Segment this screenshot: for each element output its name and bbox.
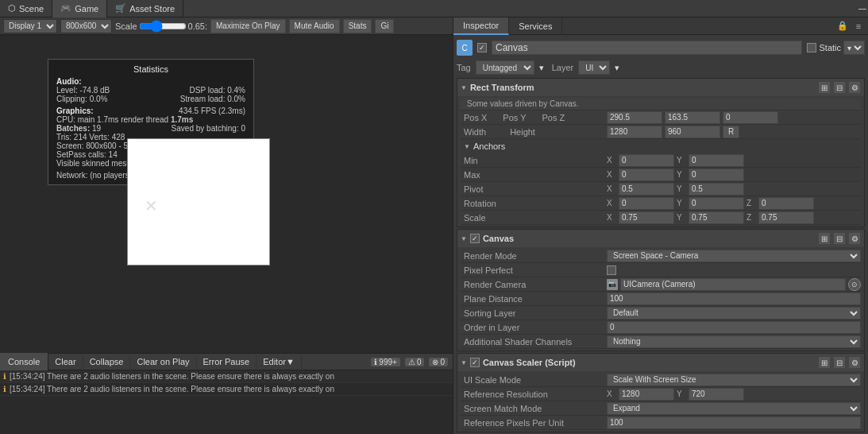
rot-z[interactable] bbox=[758, 197, 814, 210]
scale-x[interactable] bbox=[619, 211, 674, 224]
sorting-layer-label: Sorting Layer bbox=[461, 308, 604, 318]
anchor-min-x[interactable] bbox=[619, 154, 674, 167]
canvas-component-title: Canvas bbox=[483, 234, 815, 243]
size-label: Width Height bbox=[461, 127, 604, 137]
canvas-scaler-header[interactable]: ▼ ✓ Canvas Scaler (Script) ⊞ ⊟ ⚙ bbox=[457, 354, 864, 371]
pixel-perfect-checkbox[interactable] bbox=[607, 265, 616, 275]
camera-target-btn[interactable]: ⊙ bbox=[848, 278, 861, 291]
game-toolbar: Display 1 800x600 Scale 0.65: Maximize O… bbox=[0, 17, 453, 35]
tab-game[interactable]: 🎮 Game bbox=[52, 0, 107, 17]
ui-scale-mode-select[interactable]: Scale With Screen Size bbox=[607, 374, 861, 386]
canvas-snap-btn[interactable]: ⊞ bbox=[818, 232, 831, 245]
scaler-copy-btn[interactable]: ⊟ bbox=[833, 356, 846, 369]
rect-options-btn[interactable]: ⚙ bbox=[848, 81, 861, 94]
plane-distance-label: Plane Distance bbox=[461, 294, 604, 304]
reset-btn[interactable]: R bbox=[723, 126, 739, 138]
gizmos-btn[interactable]: Gi bbox=[375, 19, 394, 33]
clear-btn[interactable]: Clear bbox=[48, 353, 83, 370]
rect-copy-btn[interactable]: ⊟ bbox=[833, 81, 846, 94]
order-in-layer-label: Order in Layer bbox=[461, 323, 604, 332]
canvas-scaler-title: Canvas Scaler (Script) bbox=[483, 358, 815, 367]
canvas-scaler-body: UI Scale Mode Scale With Screen Size Ref… bbox=[457, 371, 864, 432]
pivot-x[interactable] bbox=[619, 183, 674, 196]
rot-y[interactable] bbox=[689, 197, 744, 210]
pivot-y[interactable] bbox=[689, 183, 744, 196]
tab-scene[interactable]: ⬡ Scene bbox=[0, 0, 52, 17]
ref-res-x-input[interactable] bbox=[619, 388, 674, 401]
object-enabled-checkbox[interactable]: ✓ bbox=[477, 43, 487, 52]
resolution-select[interactable]: 800x600 bbox=[60, 19, 112, 33]
camera-icon: 📷 bbox=[607, 279, 618, 290]
scale-y[interactable] bbox=[689, 211, 744, 224]
pos-x-input[interactable] bbox=[607, 111, 662, 124]
stats-audio: Audio: Level: -74.8 dB DSP load: 0.4% Cl… bbox=[56, 77, 245, 103]
layer-select[interactable]: UI bbox=[578, 60, 610, 75]
render-mode-select[interactable]: Screen Space - Camera bbox=[607, 250, 861, 262]
tab-services[interactable]: Services bbox=[509, 17, 562, 35]
editor-btn[interactable]: Editor ▼ bbox=[257, 353, 302, 370]
sorting-layer-select[interactable]: Default bbox=[607, 307, 861, 320]
scale-z[interactable] bbox=[758, 211, 814, 224]
scale-slider[interactable] bbox=[139, 20, 187, 33]
scale-field-label: Scale bbox=[461, 213, 604, 223]
rect-snap-btn[interactable]: ⊞ bbox=[818, 81, 831, 94]
audio-row2: Clipping: 0.0% Stream load: 0.0% bbox=[56, 95, 245, 103]
rect-transform-header[interactable]: ▼ Rect Transform ⊞ ⊟ ⚙ bbox=[457, 79, 864, 96]
cpu-row: CPU: main 1.7ms render thread 1.7ms bbox=[56, 115, 245, 124]
width-input[interactable] bbox=[607, 126, 662, 138]
height-input[interactable] bbox=[665, 126, 720, 138]
maximize-on-play-btn[interactable]: Maximize On Play bbox=[210, 19, 286, 33]
ref-res-y-input[interactable] bbox=[689, 388, 744, 401]
screen-match-select[interactable]: Expand bbox=[607, 402, 861, 415]
canvas-scaler-checkbox[interactable]: ✓ bbox=[470, 358, 480, 367]
console-tab[interactable]: Console bbox=[0, 353, 48, 370]
order-in-layer-input[interactable] bbox=[607, 321, 861, 334]
anchors-arrow: ▼ bbox=[464, 143, 470, 150]
canvas-copy-btn[interactable]: ⊟ bbox=[833, 232, 846, 245]
anchors-header[interactable]: ▼ Anchors bbox=[461, 139, 861, 153]
minimize-btn[interactable]: — bbox=[857, 3, 868, 14]
pos-y-input[interactable] bbox=[665, 111, 720, 124]
tab-inspector[interactable]: Inspector bbox=[453, 17, 509, 35]
console-entry-1: ℹ [15:34:24] There are 2 audio listeners… bbox=[0, 370, 453, 383]
scaler-snap-btn[interactable]: ⊞ bbox=[818, 356, 831, 369]
ref-pixels-input[interactable] bbox=[607, 417, 861, 429]
shader-channels-select[interactable]: Nothing bbox=[607, 335, 861, 348]
clear-on-play-btn[interactable]: Clear on Play bbox=[130, 353, 196, 370]
canvas-header[interactable]: ▼ ✓ Canvas ⊞ ⊟ ⚙ bbox=[457, 230, 864, 247]
options-icon[interactable]: ≡ bbox=[852, 20, 865, 33]
scaler-options-btn[interactable]: ⚙ bbox=[848, 356, 861, 369]
inspector-panel: Inspector Services 🔒 ≡ C ✓ Static ▾ bbox=[453, 17, 868, 434]
camera-input[interactable] bbox=[620, 278, 846, 291]
display-select[interactable]: Display 1 bbox=[3, 19, 57, 33]
audio-section-title: Audio: bbox=[56, 77, 82, 86]
pos-z-input[interactable] bbox=[723, 111, 778, 124]
tag-select[interactable]: Untagged bbox=[476, 60, 534, 75]
scale-value: 0.65: bbox=[188, 21, 207, 31]
anchor-max-y[interactable] bbox=[689, 169, 744, 181]
static-dropdown[interactable]: ▾ bbox=[843, 41, 865, 55]
collapse-btn[interactable]: Collapse bbox=[83, 353, 131, 370]
static-checkbox[interactable] bbox=[807, 43, 816, 52]
pivot-label: Pivot bbox=[461, 184, 604, 194]
canvas-options-btn[interactable]: ⚙ bbox=[848, 232, 861, 245]
anchors-title: Anchors bbox=[473, 141, 505, 151]
lock-icon[interactable]: 🔒 bbox=[836, 20, 849, 33]
error-pause-btn[interactable]: Error Pause bbox=[197, 353, 257, 370]
rot-x[interactable] bbox=[619, 197, 674, 210]
object-name-input[interactable] bbox=[492, 41, 802, 55]
anchor-max-label: Max bbox=[461, 170, 604, 180]
mute-audio-btn[interactable]: Mute Audio bbox=[289, 19, 340, 33]
plane-distance-input[interactable] bbox=[607, 293, 861, 305]
console-log: ℹ [15:34:24] There are 2 audio listeners… bbox=[0, 370, 453, 434]
anchor-max-x[interactable] bbox=[619, 169, 674, 181]
size-row: Width Height R bbox=[461, 125, 861, 139]
ref-res-xyz: X Y bbox=[607, 388, 744, 401]
anchor-min-y[interactable] bbox=[689, 154, 744, 167]
stats-btn[interactable]: Stats bbox=[343, 19, 372, 33]
tab-asset-store[interactable]: 🛒 Asset Store bbox=[107, 0, 183, 17]
canvas-enabled-checkbox[interactable]: ✓ bbox=[470, 234, 480, 243]
pixel-perfect-row: Pixel Perfect bbox=[461, 263, 861, 277]
ref-resolution-row: Reference Resolution X Y bbox=[461, 387, 861, 401]
plane-distance-value bbox=[607, 293, 861, 305]
